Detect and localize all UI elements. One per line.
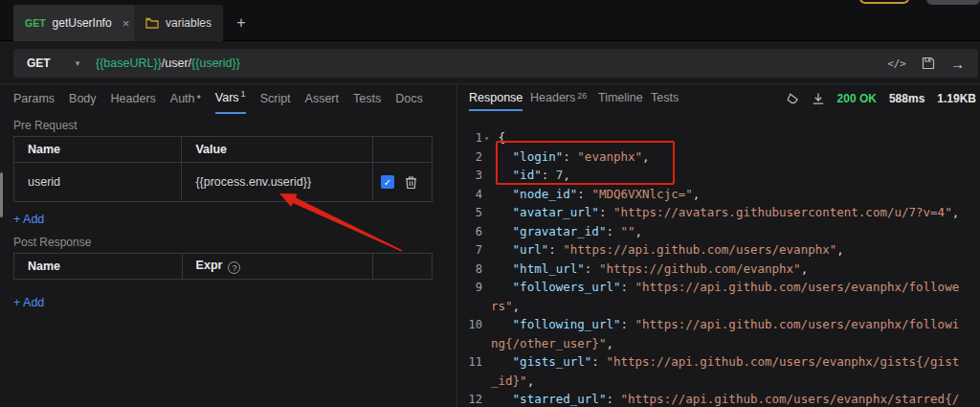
save-icon[interactable] (922, 57, 935, 70)
tab-response-tests[interactable]: Tests (651, 84, 679, 113)
url-path: /user/ (162, 57, 191, 70)
url-param-variable: {{userid}} (191, 57, 240, 70)
url-input-box[interactable]: GET ▾ {{baseURL}}/user/{{userid}} </> → (13, 49, 978, 78)
download-response-icon[interactable] (812, 92, 825, 105)
code-line: 11 "gists_url": "https://api.github.com/… (457, 352, 980, 372)
tab-auth[interactable]: Auth* (170, 86, 201, 112)
json-value: "https://api.github.com/users/evanphx/gi… (606, 354, 959, 369)
app-window: GET getUserInfo × variables + GET ▾ {{ba… (0, 0, 980, 407)
line-number: 4 (457, 186, 482, 205)
line-number: 7 (457, 241, 482, 260)
tab-timeline[interactable]: Timeline (598, 84, 643, 113)
json-value: ng{/other_user}" (491, 336, 606, 350)
table-header-row: Name Expr? (14, 254, 433, 280)
tab-response-headers[interactable]: Headers26 (530, 84, 587, 113)
toolbar-button-edge (926, 0, 980, 5)
json-value: "https://github.com/evanphx" (599, 261, 801, 276)
line-number: 9 (457, 279, 482, 298)
tab-request-getuserinfo[interactable]: GET getUserInfo × (13, 5, 141, 41)
send-request-icon[interactable]: → (950, 56, 965, 72)
code-line: 12 "starred_url": "https://api.github.co… (457, 390, 980, 407)
tab-assert[interactable]: Assert (305, 86, 339, 112)
tab-body[interactable]: Body (69, 86, 97, 112)
tab-collection-variables[interactable]: variables (134, 5, 223, 41)
tab-headers[interactable]: Headers (111, 86, 156, 112)
scrollbar-thumb[interactable] (0, 172, 3, 217)
tab-vars[interactable]: Vars1 (215, 83, 246, 113)
environment-selector-edge (859, 0, 909, 4)
code-line: 9 "followers_url": "https://api.github.c… (457, 278, 980, 297)
pre-request-vars-table: Name Value userid {{process.env.userid}}… (13, 136, 433, 202)
generate-code-icon[interactable]: </> (887, 57, 906, 70)
tab-params[interactable]: Params (13, 86, 55, 112)
new-tab-button[interactable]: + (230, 5, 253, 41)
json-value: "https://api.github.com/users/evanphx/fo… (635, 317, 960, 331)
collection-tab-title: variables (166, 16, 212, 30)
add-pre-request-var-button[interactable]: + Add (13, 213, 44, 226)
json-key: "followers_url" (491, 280, 620, 294)
json-key: "login" (491, 149, 563, 164)
table-header-row: Name Value (14, 137, 433, 163)
json-value: { (491, 130, 505, 145)
json-key: "html_url" (491, 261, 585, 276)
tab-tests[interactable]: Tests (353, 86, 381, 112)
json-value: "https://api.github.com/users/evanphx/fo… (635, 280, 960, 294)
line-number: 3 (457, 167, 482, 186)
response-size: 1.19KB (937, 92, 976, 105)
column-header-name: Name (14, 137, 182, 163)
column-header-expr: Expr? (182, 254, 373, 280)
vars-count-badge: 1 (241, 89, 246, 99)
add-post-response-var-button[interactable]: + Add (13, 296, 44, 309)
code-line: rs", (457, 297, 980, 316)
var-name-cell[interactable]: userid (14, 163, 182, 202)
tab-script[interactable]: Script (260, 86, 291, 112)
chevron-down-icon: ▾ (76, 58, 80, 68)
line-number: 10 (457, 316, 482, 335)
code-line: 2 "login": "evanphx", (457, 147, 980, 167)
code-line: 10 "following_url": "https://api.github.… (457, 315, 980, 334)
response-meta: 200 OK 588ms 1.19KB (786, 84, 976, 113)
line-number: 12 (457, 391, 482, 407)
code-line: 6 "gravatar_id": "", (457, 222, 980, 241)
code-line: 7 "url": "https://api.github.com/users/e… (457, 240, 980, 260)
json-value: _id}" (491, 373, 527, 388)
code-line: 8 "html_url": "https://github.com/evanph… (457, 260, 980, 279)
json-key: "starred_url" (491, 392, 606, 406)
json-value: "" (620, 224, 635, 238)
request-tabs: Params Body Headers Auth* Vars1 Script A… (13, 84, 423, 113)
tab-response[interactable]: Response (469, 84, 523, 111)
table-row: userid {{process.env.userid}} ✓ (14, 163, 433, 202)
line-number: 6 (457, 223, 482, 242)
column-header-actions (373, 137, 433, 163)
json-key: "gravatar_id" (491, 224, 606, 238)
line-number: 1 (457, 129, 482, 148)
url-input[interactable]: {{baseURL}}/user/{{userid}} (96, 57, 240, 70)
clear-response-icon[interactable] (786, 92, 799, 105)
url-row: GET ▾ {{baseURL}}/user/{{userid}} </> → (0, 42, 980, 84)
help-icon[interactable]: ? (228, 261, 240, 274)
url-base-variable: {{baseURL}} (96, 57, 162, 70)
tab-docs[interactable]: Docs (395, 86, 422, 112)
pre-request-label: Pre Request (13, 119, 78, 132)
method-value: GET (27, 57, 51, 70)
json-key: "avatar_url" (491, 205, 599, 219)
method-dropdown[interactable]: GET ▾ (13, 57, 82, 70)
response-panel: Response Headers26 Timeline Tests 200 OK… (457, 84, 980, 407)
response-body-viewer[interactable]: 1▾ {2 "login": "evanphx",3 "id": 7,4 "no… (457, 128, 980, 407)
request-tab-title: getUserInfo (53, 16, 112, 30)
json-key: "node_id" (491, 187, 577, 201)
line-number: 2 (457, 148, 482, 168)
code-line: 5 "avatar_url": "https://avatars.githubu… (457, 203, 980, 222)
json-value: "https://avatars.githubusercontent.com/u… (613, 205, 952, 219)
auth-modified-mark: * (197, 93, 201, 104)
request-panel: Params Body Headers Auth* Vars1 Script A… (0, 84, 457, 407)
post-response-label: Post Response (13, 236, 91, 249)
json-key: "id" (491, 168, 542, 182)
var-value-cell[interactable]: {{process.env.userid}} (182, 163, 373, 202)
response-duration: 588ms (889, 92, 924, 105)
var-enabled-checkbox[interactable]: ✓ (381, 175, 394, 189)
fold-caret-icon[interactable]: ▾ (482, 129, 491, 148)
folder-icon (145, 17, 159, 29)
close-tab-icon[interactable]: × (122, 16, 130, 31)
trash-icon[interactable] (405, 175, 417, 190)
